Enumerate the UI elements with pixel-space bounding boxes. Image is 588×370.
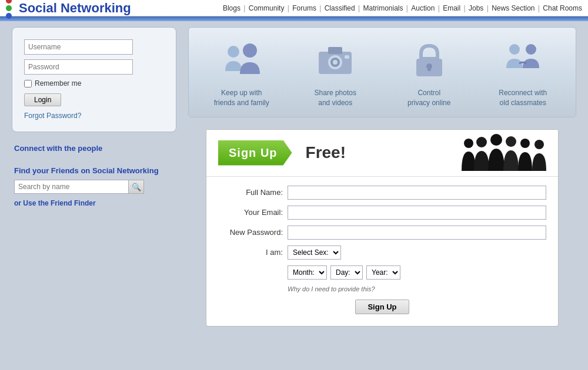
top-bar: Social Networking Blogs | Community | Fo…: [0, 0, 588, 16]
fullname-label: Full Name:: [218, 188, 283, 197]
svg-point-6: [333, 60, 338, 65]
sex-row: I am: Select Sex: Male Female: [218, 245, 546, 260]
date-row: Month: Day: Year:: [288, 265, 400, 280]
search-icon: 🔍: [132, 183, 141, 191]
feature-privacy-label: Controlprivacy online: [391, 88, 467, 108]
lock-icon: [406, 36, 453, 83]
email-row: Your Email:: [218, 206, 546, 220]
signup-arrow-button[interactable]: Sign Up: [218, 140, 292, 166]
email-input[interactable]: [288, 206, 546, 220]
signup-container: Sign Up Free!: [206, 129, 559, 327]
connect-title: Connect with the people: [14, 144, 176, 153]
year-select[interactable]: Year:: [366, 265, 400, 280]
logo-text: Social Networking: [19, 1, 131, 16]
svg-point-14: [476, 137, 487, 147]
day-select[interactable]: Day:: [330, 265, 363, 280]
camera-icon: [312, 36, 359, 83]
signup-arrow-wrapper: Sign Up: [218, 140, 292, 166]
nav-matrimonials[interactable]: Matrimonials: [363, 4, 403, 12]
dot-blue: [6, 13, 12, 19]
dot-green: [6, 5, 12, 11]
nav-email[interactable]: Email: [443, 4, 460, 12]
find-friends-title: Find your Friends on Social Networking: [14, 166, 176, 175]
signup-form: Full Name: Your Email: New Password: I a…: [206, 177, 558, 326]
remember-checkbox[interactable]: [24, 80, 32, 88]
left-panel: Remember me Login Forgot Password? Conne…: [12, 27, 176, 327]
new-password-input[interactable]: [288, 226, 546, 240]
search-input[interactable]: [14, 180, 129, 194]
password-row: New Password:: [218, 226, 546, 240]
nav-chat-rooms[interactable]: Chat Rooms: [543, 4, 582, 12]
svg-point-17: [520, 139, 530, 148]
search-row: 🔍: [14, 180, 176, 194]
feature-keep-up: Keep up withfriends and family: [203, 36, 280, 108]
feature-privacy: Controlprivacy online: [391, 36, 467, 108]
email-label: Your Email:: [218, 208, 283, 217]
iam-label: I am:: [218, 248, 283, 257]
svg-point-11: [509, 44, 520, 55]
month-select[interactable]: Month:: [288, 265, 327, 280]
svg-point-15: [490, 134, 502, 146]
nav-community[interactable]: Community: [249, 4, 285, 12]
feature-share: Share photosand videos: [297, 36, 373, 108]
feature-reconnect-label: Reconnect withold classmates: [485, 88, 561, 108]
sex-select[interactable]: Select Sex: Male Female: [288, 245, 341, 260]
remember-label: Remember me: [35, 79, 81, 88]
svg-rect-7: [345, 55, 349, 59]
password-input[interactable]: [24, 59, 133, 75]
nav-links: Blogs | Community | Forums | Classified …: [223, 4, 582, 12]
friend-finder-link[interactable]: or Use the Friend Finder: [14, 199, 96, 207]
nav-classified[interactable]: Classified: [325, 4, 355, 12]
svg-point-0: [228, 46, 239, 58]
feature-share-label: Share photosand videos: [297, 88, 373, 108]
main-content: Remember me Login Forgot Password? Conne…: [0, 21, 588, 332]
silhouettes: [458, 133, 552, 177]
svg-point-16: [506, 136, 516, 147]
nav-blogs[interactable]: Blogs: [223, 4, 240, 12]
features-bar: Keep up withfriends and family Share pho…: [188, 27, 576, 117]
signup-submit-button[interactable]: Sign Up: [355, 300, 409, 314]
svg-point-13: [464, 139, 473, 148]
logo-dots: [6, 0, 12, 19]
logo-area: Social Networking: [6, 0, 131, 19]
fullname-row: Full Name:: [218, 186, 546, 200]
svg-point-18: [534, 140, 544, 149]
login-box: Remember me Login Forgot Password?: [12, 27, 176, 132]
login-button[interactable]: Login: [24, 93, 61, 106]
search-button[interactable]: 🔍: [129, 180, 144, 194]
feature-reconnect: Reconnect withold classmates: [485, 36, 561, 108]
gift-icon: [499, 36, 546, 83]
people-icon: [218, 36, 265, 83]
nav-auction[interactable]: Auction: [411, 4, 435, 12]
svg-point-1: [243, 43, 257, 58]
signup-header: Sign Up Free!: [206, 130, 558, 177]
new-password-label: New Password:: [218, 228, 283, 237]
nav-forums[interactable]: Forums: [292, 4, 316, 12]
remember-row: Remember me: [24, 79, 164, 88]
forgot-password-link[interactable]: Forgot Password?: [24, 112, 81, 120]
feature-keep-up-label: Keep up withfriends and family: [203, 88, 280, 108]
dob-row: Month: Day: Year:: [218, 265, 546, 280]
dot-red: [6, 0, 12, 4]
svg-rect-3: [328, 47, 342, 54]
free-text: Free!: [306, 143, 346, 162]
right-panel: Keep up withfriends and family Share pho…: [188, 27, 576, 327]
svg-point-12: [526, 44, 536, 55]
nav-news-section[interactable]: News Section: [492, 4, 534, 12]
fullname-input[interactable]: [288, 186, 546, 200]
svg-rect-10: [427, 66, 431, 71]
why-provide-text: Why do I need to provide this?: [288, 285, 546, 292]
nav-jobs[interactable]: Jobs: [469, 4, 483, 12]
username-input[interactable]: [24, 39, 133, 55]
connect-section: Connect with the people Find your Friend…: [12, 144, 176, 207]
